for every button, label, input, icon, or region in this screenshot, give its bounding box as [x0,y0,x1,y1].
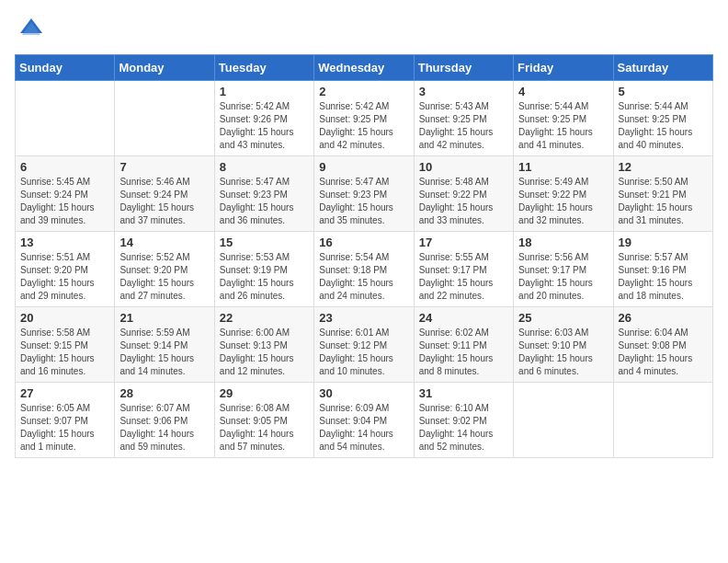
day-number: 20 [20,311,109,325]
calendar-header-cell: Tuesday [214,55,313,81]
calendar-day-cell: 4Sunrise: 5:44 AM Sunset: 9:25 PM Daylig… [514,81,613,156]
calendar-day-cell: 26Sunrise: 6:04 AM Sunset: 9:08 PM Dayli… [613,307,712,383]
logo [15,15,44,45]
calendar-day-cell: 12Sunrise: 5:50 AM Sunset: 9:21 PM Dayli… [613,156,712,232]
day-info: Sunrise: 5:58 AM Sunset: 9:15 PM Dayligh… [20,327,109,378]
day-info: Sunrise: 5:51 AM Sunset: 9:20 PM Dayligh… [20,251,109,303]
day-info: Sunrise: 5:45 AM Sunset: 9:24 PM Dayligh… [20,176,109,227]
day-info: Sunrise: 5:54 AM Sunset: 9:18 PM Dayligh… [319,251,408,303]
calendar-header-cell: Sunday [16,55,115,81]
day-number: 14 [119,236,209,249]
calendar-day-cell: 21Sunrise: 5:59 AM Sunset: 9:14 PM Dayli… [115,307,214,383]
logo-icon [18,15,44,40]
day-number: 10 [419,160,508,174]
calendar-week-row: 13Sunrise: 5:51 AM Sunset: 9:20 PM Dayli… [16,232,713,307]
calendar-day-cell: 24Sunrise: 6:02 AM Sunset: 9:11 PM Dayli… [414,307,513,383]
calendar-table: SundayMondayTuesdayWednesdayThursdayFrid… [15,54,713,458]
calendar-header-cell: Thursday [414,55,513,81]
calendar-header-cell: Saturday [613,55,712,81]
calendar-day-cell: 30Sunrise: 6:09 AM Sunset: 9:04 PM Dayli… [314,383,414,458]
day-info: Sunrise: 5:57 AM Sunset: 9:16 PM Dayligh… [619,251,708,303]
day-number: 12 [619,160,708,174]
day-info: Sunrise: 5:55 AM Sunset: 9:17 PM Dayligh… [419,251,508,303]
day-number: 4 [518,85,608,98]
day-number: 18 [518,236,608,249]
day-info: Sunrise: 6:01 AM Sunset: 9:12 PM Dayligh… [319,327,408,378]
day-number: 7 [119,160,209,174]
day-info: Sunrise: 5:53 AM Sunset: 9:19 PM Dayligh… [220,251,309,303]
day-number: 23 [319,311,408,325]
day-info: Sunrise: 6:00 AM Sunset: 9:13 PM Dayligh… [220,327,309,378]
calendar-day-cell: 8Sunrise: 5:47 AM Sunset: 9:23 PM Daylig… [214,156,313,232]
day-number: 24 [419,311,508,325]
day-number: 31 [419,386,508,400]
header [15,15,713,45]
calendar-day-cell [613,383,712,458]
calendar-header-cell: Wednesday [314,55,414,81]
day-info: Sunrise: 5:42 AM Sunset: 9:25 PM Dayligh… [319,100,408,152]
calendar-day-cell: 6Sunrise: 5:45 AM Sunset: 9:24 PM Daylig… [16,156,115,232]
day-info: Sunrise: 5:48 AM Sunset: 9:22 PM Dayligh… [419,176,508,227]
calendar-day-cell: 2Sunrise: 5:42 AM Sunset: 9:25 PM Daylig… [314,81,414,156]
calendar-day-cell: 29Sunrise: 6:08 AM Sunset: 9:05 PM Dayli… [214,383,313,458]
calendar-day-cell: 23Sunrise: 6:01 AM Sunset: 9:12 PM Dayli… [314,307,414,383]
day-info: Sunrise: 5:59 AM Sunset: 9:14 PM Dayligh… [119,327,209,378]
calendar-header-cell: Friday [514,55,613,81]
calendar-day-cell: 25Sunrise: 6:03 AM Sunset: 9:10 PM Dayli… [514,307,613,383]
calendar-body: 1Sunrise: 5:42 AM Sunset: 9:26 PM Daylig… [16,81,713,458]
day-info: Sunrise: 5:44 AM Sunset: 9:25 PM Dayligh… [619,100,708,152]
day-info: Sunrise: 6:02 AM Sunset: 9:11 PM Dayligh… [419,327,508,378]
calendar-week-row: 1Sunrise: 5:42 AM Sunset: 9:26 PM Daylig… [16,81,713,156]
calendar-week-row: 27Sunrise: 6:05 AM Sunset: 9:07 PM Dayli… [16,383,713,458]
calendar-day-cell: 20Sunrise: 5:58 AM Sunset: 9:15 PM Dayli… [16,307,115,383]
day-info: Sunrise: 5:50 AM Sunset: 9:21 PM Dayligh… [619,176,708,227]
day-info: Sunrise: 5:43 AM Sunset: 9:25 PM Dayligh… [419,100,508,152]
calendar-day-cell: 22Sunrise: 6:00 AM Sunset: 9:13 PM Dayli… [214,307,313,383]
calendar-week-row: 6Sunrise: 5:45 AM Sunset: 9:24 PM Daylig… [16,156,713,232]
day-info: Sunrise: 5:44 AM Sunset: 9:25 PM Dayligh… [518,100,608,152]
day-info: Sunrise: 6:08 AM Sunset: 9:05 PM Dayligh… [220,402,309,454]
calendar-header-row: SundayMondayTuesdayWednesdayThursdayFrid… [16,55,713,81]
day-number: 3 [419,85,508,98]
day-info: Sunrise: 5:56 AM Sunset: 9:17 PM Dayligh… [518,251,608,303]
calendar-day-cell [115,81,214,156]
calendar-day-cell: 18Sunrise: 5:56 AM Sunset: 9:17 PM Dayli… [514,232,613,307]
day-number: 27 [20,386,109,400]
day-info: Sunrise: 6:05 AM Sunset: 9:07 PM Dayligh… [20,402,109,454]
calendar-day-cell: 1Sunrise: 5:42 AM Sunset: 9:26 PM Daylig… [214,81,313,156]
day-info: Sunrise: 6:07 AM Sunset: 9:06 PM Dayligh… [119,402,209,454]
calendar-day-cell [16,81,115,156]
day-number: 2 [319,85,408,98]
calendar-day-cell: 19Sunrise: 5:57 AM Sunset: 9:16 PM Dayli… [613,232,712,307]
day-number: 19 [619,236,708,249]
calendar-day-cell: 14Sunrise: 5:52 AM Sunset: 9:20 PM Dayli… [115,232,214,307]
day-number: 17 [419,236,508,249]
calendar-day-cell: 13Sunrise: 5:51 AM Sunset: 9:20 PM Dayli… [16,232,115,307]
day-number: 11 [518,160,608,174]
day-info: Sunrise: 6:03 AM Sunset: 9:10 PM Dayligh… [518,327,608,378]
day-number: 6 [20,160,109,174]
calendar-day-cell: 3Sunrise: 5:43 AM Sunset: 9:25 PM Daylig… [414,81,513,156]
day-info: Sunrise: 5:49 AM Sunset: 9:22 PM Dayligh… [518,176,608,227]
day-number: 8 [220,160,309,174]
day-info: Sunrise: 5:46 AM Sunset: 9:24 PM Dayligh… [119,176,209,227]
day-number: 21 [119,311,209,325]
day-info: Sunrise: 5:42 AM Sunset: 9:26 PM Dayligh… [220,100,309,152]
calendar-day-cell: 31Sunrise: 6:10 AM Sunset: 9:02 PM Dayli… [414,383,513,458]
calendar-day-cell: 11Sunrise: 5:49 AM Sunset: 9:22 PM Dayli… [514,156,613,232]
day-info: Sunrise: 5:47 AM Sunset: 9:23 PM Dayligh… [319,176,408,227]
day-number: 28 [119,386,209,400]
calendar-day-cell: 17Sunrise: 5:55 AM Sunset: 9:17 PM Dayli… [414,232,513,307]
calendar-header-cell: Monday [115,55,214,81]
day-number: 1 [220,85,309,98]
day-number: 15 [220,236,309,249]
day-number: 26 [619,311,708,325]
calendar-day-cell: 28Sunrise: 6:07 AM Sunset: 9:06 PM Dayli… [115,383,214,458]
calendar-day-cell: 5Sunrise: 5:44 AM Sunset: 9:25 PM Daylig… [613,81,712,156]
day-info: Sunrise: 6:10 AM Sunset: 9:02 PM Dayligh… [419,402,508,454]
day-info: Sunrise: 5:52 AM Sunset: 9:20 PM Dayligh… [119,251,209,303]
day-number: 29 [220,386,309,400]
calendar-day-cell: 27Sunrise: 6:05 AM Sunset: 9:07 PM Dayli… [16,383,115,458]
day-number: 5 [619,85,708,98]
calendar-day-cell: 15Sunrise: 5:53 AM Sunset: 9:19 PM Dayli… [214,232,313,307]
